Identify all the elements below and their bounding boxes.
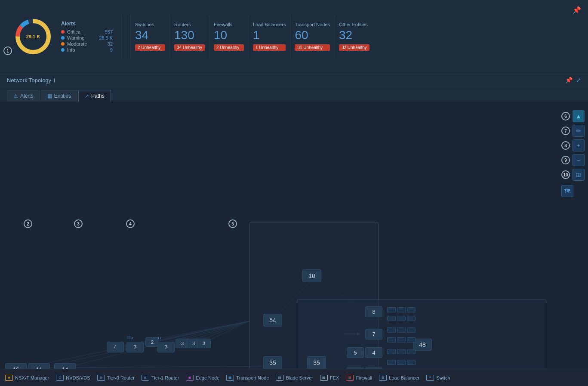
node-48[interactable]: 48 (413, 339, 432, 351)
stat-card-switches: Switches 34 2 Unhealthy (131, 22, 169, 51)
icon-row-1c (407, 307, 416, 312)
zoom-in-btn[interactable]: + (573, 139, 585, 151)
stat-card-routers: Routers 130 34 Unhealthy (170, 22, 209, 51)
zoom-out-btn[interactable]: − (573, 154, 585, 166)
topology-info-icon[interactable]: i (54, 77, 55, 83)
toolbar-item-7: 7 ✏ (561, 125, 585, 137)
tab-entities[interactable]: ▦ Entities (41, 90, 77, 102)
map-icon: 🗺 (564, 188, 570, 195)
topology-fullscreen-icon[interactable]: ⤢ (576, 77, 581, 83)
alert-triangle-icon: ▲ (576, 113, 582, 120)
icon-row-1b (397, 307, 406, 312)
tab-alerts[interactable]: ⚠ Alerts (7, 90, 40, 102)
tabs-bar: ⚠ Alerts ▦ Entities ↗ Paths (0, 87, 588, 102)
legend-edge: ▣ Edge Node (186, 375, 219, 381)
toolbar-item-9: 9 − (561, 154, 585, 166)
node-3c[interactable]: 3 (197, 339, 211, 348)
fit-icon: ⊞ (576, 171, 581, 178)
callout-2: 2 (24, 219, 32, 228)
legend-tier0: ⊕ Tier-0 Router (97, 375, 135, 381)
unhealthy-badge: 1 Unhealthy (253, 44, 286, 51)
unhealthy-badge: 34 Unhealthy (174, 44, 205, 51)
transport-icon: ▦ (226, 375, 234, 381)
callout-4: 4 (126, 219, 135, 228)
topology-pin-icon[interactable]: 📌 (565, 77, 573, 83)
lb-icon: ⊠ (379, 375, 387, 381)
node-11[interactable]: 11 (28, 363, 50, 369)
divider-1 (121, 15, 122, 58)
stat-card-other-entities: Other Entities 32 32 Unhealthy (335, 22, 374, 51)
callout-6: 6 (561, 112, 570, 120)
map-toggle-btn[interactable]: 🗺 (561, 185, 573, 197)
icon-row-6b (397, 360, 406, 365)
node-7b[interactable]: 7 (157, 342, 175, 352)
summary-actions: 📌 (573, 4, 581, 14)
unhealthy-badge: 2 Unhealthy (135, 44, 165, 51)
moderate-value: 32 (97, 41, 113, 46)
callout-1: 1 (3, 46, 12, 55)
legend-bar: ◈ NSX-T Manager ⊙ NVDS/VDS ⊕ Tier-0 Rout… (0, 369, 588, 386)
icon-row-2c (407, 316, 416, 321)
alerts-tab-icon: ⚠ (13, 93, 18, 99)
edit-toolbar-btn[interactable]: ✏ (573, 125, 585, 137)
icon-row-1a (387, 307, 396, 312)
alert-toolbar-btn[interactable]: ▲ (573, 110, 585, 122)
topology-map[interactable]: 16 11 14 4 7 2 7 3 3 (0, 102, 588, 369)
node-7a[interactable]: 7 (126, 342, 144, 352)
icon-row-2b (397, 316, 406, 321)
node-10[interactable]: 10 (302, 269, 321, 282)
minus-icon: − (577, 157, 580, 164)
switch-icon: ≡ (426, 375, 434, 381)
fit-btn[interactable]: ⊞ (573, 169, 585, 181)
nsx-t-icon: ◈ (5, 375, 13, 381)
node-4b[interactable]: 4 (365, 347, 382, 358)
node-5[interactable]: 5 (347, 347, 364, 358)
stat-number: 130 (174, 29, 205, 42)
alert-critical: Critical 557 (61, 29, 113, 34)
legend-tier1: ⊕ Tier-1 Router (142, 375, 179, 381)
unhealthy-badge: 31 Unhealthy (295, 44, 330, 51)
node-14[interactable]: 14 (54, 363, 76, 369)
node-4d[interactable]: 4 (347, 367, 364, 369)
callout-3: 3 (74, 219, 83, 228)
node-4c[interactable]: 4 (365, 367, 382, 369)
callout-10: 10 (561, 170, 570, 179)
stat-number: 60 (295, 29, 330, 42)
tab-paths[interactable]: ↗ Paths (78, 90, 111, 102)
blade-icon: ▤ (276, 375, 283, 381)
icon-row-5c (407, 349, 416, 354)
toolbar-item-8: 8 + (561, 139, 585, 151)
right-toolbar: 6 ▲ 7 ✏ 8 + (561, 110, 585, 197)
node-35b[interactable]: 35 (307, 356, 326, 369)
topology-title: Network Topology i (7, 77, 55, 83)
legend-lb: ⊠ Load Balancer (379, 375, 419, 381)
unhealthy-badge: 32 Unhealthy (339, 44, 369, 51)
node-54[interactable]: 54 (263, 314, 282, 327)
stat-number: 10 (214, 29, 244, 42)
node-16[interactable]: 16 (5, 363, 27, 369)
donut-chart: 29.1 K (14, 17, 52, 56)
node-35a[interactable]: 35 (263, 356, 282, 369)
warning-label: Warning (67, 35, 85, 40)
firewall-icon: ⊟ (346, 375, 354, 381)
warning-dot (61, 36, 65, 40)
legend-firewall: ⊟ Firewall (346, 375, 372, 381)
region-box-2 (297, 300, 546, 369)
node-7c[interactable]: 7 (365, 329, 382, 340)
nvds-icon: ⊙ (56, 375, 64, 381)
edge-icon: ▣ (186, 375, 194, 381)
topology-section: Network Topology i 📌 ⤢ ⚠ Alerts ▦ Entiti… (0, 73, 588, 369)
info-label: Info (67, 47, 75, 52)
node-4a[interactable]: 4 (107, 342, 124, 352)
alert-info: Info 9 (61, 47, 113, 52)
stat-label: Other Entities (339, 22, 369, 27)
legend-blade: ▤ Blade Server (276, 375, 313, 381)
unhealthy-badge: 2 Unhealthy (214, 44, 244, 51)
icon-row-6a (387, 360, 396, 365)
summary-pin-icon[interactable]: 📌 (573, 6, 581, 14)
toolbar-item-6: 6 ▲ (561, 110, 585, 122)
stat-label: Firewalls (214, 22, 244, 27)
icon-row-3b (397, 327, 406, 333)
node-8[interactable]: 8 (365, 306, 382, 317)
icon-row-4c (407, 337, 416, 343)
